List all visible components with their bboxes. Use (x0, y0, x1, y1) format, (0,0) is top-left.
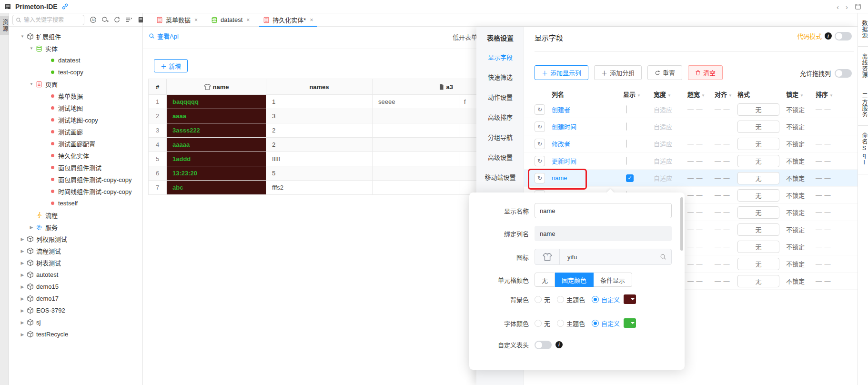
lock-value[interactable]: 不锁定 (786, 242, 816, 251)
column-name-link[interactable]: 创建者 (552, 105, 623, 114)
close-icon[interactable]: × (310, 17, 313, 23)
a3-cell[interactable]: seeee (373, 95, 460, 109)
lock-value[interactable]: 不锁定 (786, 191, 816, 200)
tree-item-列权限测试[interactable]: ▶列权限测试 (9, 233, 142, 245)
col-header-width[interactable]: 宽度▼ (654, 90, 687, 99)
sort-value[interactable]: — — (816, 123, 839, 130)
sort-value[interactable]: — — (816, 192, 839, 199)
search-input[interactable] (24, 17, 81, 23)
tree-item-流程测试[interactable]: ▶流程测试 (9, 245, 142, 257)
width-value[interactable]: 自适应 (654, 139, 687, 148)
sync-column-icon[interactable]: ↻ (535, 139, 545, 149)
align-value[interactable]: — — (715, 277, 737, 284)
tree-item-时间线组件测试-copy-copy[interactable]: 时间线组件测试-copy-copy (9, 185, 142, 197)
width-value[interactable]: 自适应 (654, 173, 687, 182)
tree-item-流程[interactable]: 流程 (9, 209, 142, 221)
cell-color-option-无[interactable]: 无 (535, 273, 555, 287)
align-value[interactable]: — — (715, 226, 737, 233)
sync-column-icon[interactable]: ↻ (535, 156, 545, 166)
wide-value[interactable]: — — (687, 157, 715, 164)
a3-cell[interactable] (373, 152, 460, 166)
tree-item-autotest[interactable]: ▶autotest (9, 269, 142, 281)
right-strip-tab-离线资源[interactable]: 离线资源 (858, 47, 868, 86)
tree-arrow-icon[interactable]: ▶ (20, 273, 25, 277)
column-name-link[interactable]: name (552, 174, 623, 182)
radio-主题色[interactable] (557, 320, 564, 327)
lock-value[interactable]: 不锁定 (786, 105, 816, 114)
wide-value[interactable]: — — (687, 123, 715, 130)
wide-value[interactable]: — — (687, 140, 715, 147)
radio-自定义[interactable] (592, 320, 599, 327)
a3-cell[interactable] (373, 166, 460, 181)
name-cell[interactable]: 1addd (167, 152, 266, 166)
align-value[interactable]: — — (715, 192, 737, 199)
right-strip-tab-三方服务[interactable]: 三方服务 (858, 86, 868, 126)
tree-arrow-icon[interactable]: ▶ (20, 308, 25, 313)
format-button[interactable]: 无 (737, 206, 779, 219)
wide-value[interactable]: — — (687, 243, 715, 250)
tree-arrow-icon[interactable]: ▶ (20, 332, 25, 337)
lock-value[interactable]: 不锁定 (786, 139, 816, 148)
lock-value[interactable]: 不锁定 (786, 173, 816, 182)
align-value[interactable]: — — (715, 260, 737, 267)
add-group-button[interactable]: ＋添加分组 (594, 65, 642, 80)
col-header-lock[interactable]: 锁定▼ (786, 90, 816, 99)
sort-value[interactable]: — — (816, 174, 839, 182)
icon-picker[interactable]: T yifu (535, 249, 672, 265)
wide-value[interactable]: — — (687, 192, 715, 199)
link-icon[interactable] (61, 3, 69, 10)
tree-arrow-icon[interactable]: ▼ (29, 46, 34, 51)
tree-item-实体[interactable]: ▼实体 (9, 42, 142, 54)
tree-item-demo17[interactable]: ▶demo17 (9, 293, 142, 304)
tree-item-扩展组件[interactable]: ▼扩展组件 (9, 30, 142, 42)
tree-item-testself[interactable]: testself (9, 197, 142, 209)
tree-item-面包屑组件测试-copy-copy[interactable]: 面包屑组件测试-copy-copy (9, 173, 142, 185)
tree-item-testRecycle[interactable]: ▶testRecycle (9, 328, 142, 340)
lock-value[interactable]: 不锁定 (786, 156, 816, 165)
custom-header-toggle[interactable] (535, 341, 552, 349)
width-value[interactable]: 自适应 (654, 122, 687, 131)
name-cell[interactable]: aaaaa (167, 138, 266, 152)
a3-cell[interactable] (373, 123, 460, 138)
names-cell[interactable]: fffs2 (266, 181, 373, 195)
settings-menu-item-快速筛选[interactable]: 快速筛选 (476, 72, 524, 81)
align-value[interactable]: — — (715, 174, 737, 182)
code-mode-toggle[interactable] (835, 32, 852, 41)
name-cell[interactable]: aaaa (167, 109, 266, 123)
allow-drag-toggle[interactable] (835, 69, 852, 78)
align-value[interactable]: — — (715, 106, 737, 113)
col-header-sort[interactable]: 排序▼ (816, 90, 839, 99)
nav-back-icon[interactable]: ‹ (837, 3, 839, 11)
tree-item-demo15[interactable]: ▶demo15 (9, 281, 142, 293)
wide-value[interactable]: — — (687, 174, 715, 182)
wide-value[interactable]: — — (687, 209, 715, 216)
col-header-show[interactable]: 显示▼ (623, 90, 654, 99)
radio-主题色[interactable] (557, 296, 564, 303)
tree-arrow-icon[interactable]: ▶ (20, 237, 25, 242)
radio-无[interactable] (535, 320, 542, 327)
tree-arrow-icon[interactable]: ▼ (20, 34, 25, 39)
format-button[interactable]: 无 (737, 258, 779, 270)
format-button[interactable]: 无 (737, 189, 779, 202)
radio-自定义[interactable] (592, 296, 599, 303)
name-cell[interactable]: abc (167, 181, 266, 195)
sort-value[interactable]: — — (816, 226, 839, 233)
lock-value[interactable]: 不锁定 (786, 225, 816, 234)
format-button[interactable]: 无 (737, 223, 779, 236)
settings-menu-item-移动端设置[interactable]: 移动端设置 (476, 172, 524, 182)
col-header-wide[interactable]: 超宽▼ (687, 90, 715, 99)
settings-menu-item-高级设置[interactable]: 高级设置 (476, 152, 524, 162)
name-cell[interactable]: 3asss222 (167, 123, 266, 138)
tree-arrow-icon[interactable]: ▶ (20, 320, 25, 325)
tree-item-sj[interactable]: ▶sj (9, 316, 142, 328)
column-name-link[interactable]: 修改者 (552, 139, 623, 148)
cell-color-option-固定颜色[interactable]: 固定颜色 (555, 273, 594, 287)
color-swatch[interactable] (624, 318, 636, 328)
tree-item-测试地图-copy[interactable]: 测试地图-copy (9, 114, 142, 126)
format-button[interactable]: 无 (737, 155, 779, 167)
col-header-align[interactable]: 对齐▼ (715, 90, 737, 99)
show-checkbox[interactable] (626, 157, 627, 165)
a3-cell[interactable] (373, 181, 460, 195)
name-cell[interactable]: 13:23:20 (167, 166, 266, 181)
info-icon[interactable]: i (555, 341, 563, 348)
